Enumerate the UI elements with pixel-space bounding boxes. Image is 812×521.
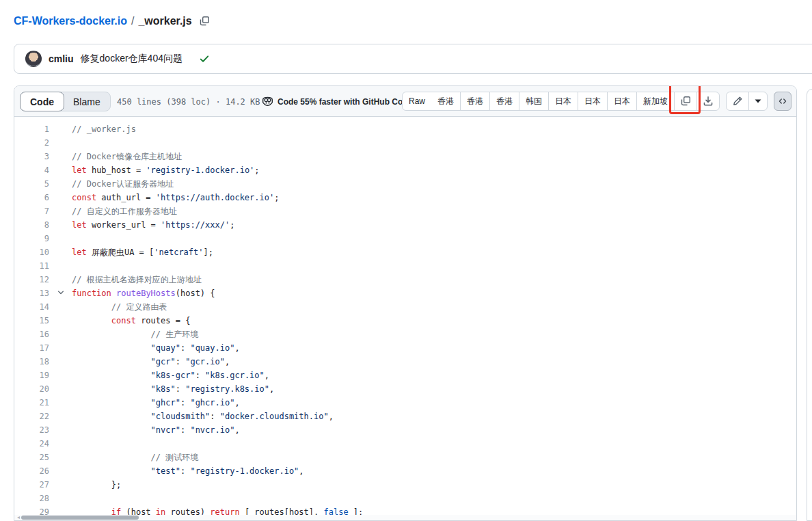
scrollbar-left-arrow-icon[interactable]: ◂ xyxy=(17,515,20,520)
code-token: , xyxy=(225,357,230,366)
code-line: 23 "nvcr": "nvcr.io", xyxy=(14,423,796,437)
file-view-panel: CodeBlame 450 lines (398 loc) · 14.2 KB … xyxy=(14,85,797,521)
download-raw-button[interactable] xyxy=(696,92,719,110)
copilot-banner[interactable]: Code 55% faster with GitHub Copilot xyxy=(262,86,420,117)
code-token: ; xyxy=(254,165,259,175)
line-number[interactable]: 12 xyxy=(28,273,49,286)
code-token xyxy=(72,466,151,476)
code-line: 21 "ghcr": "ghcr.io", xyxy=(14,396,796,410)
commit-author[interactable]: cmliu xyxy=(49,53,74,64)
commit-message[interactable]: 修复docker仓库404问题 xyxy=(81,53,182,65)
horizontal-scrollbar-track[interactable]: ◂ xyxy=(14,515,796,520)
code-token: "gcr" xyxy=(151,357,176,366)
line-number[interactable]: 19 xyxy=(28,369,49,382)
fold-chevron-icon[interactable] xyxy=(49,286,72,300)
copy-path-icon[interactable] xyxy=(199,16,210,27)
code-token: "k8s-gcr" xyxy=(151,371,195,380)
line-number[interactable]: 23 xyxy=(28,423,49,437)
line-number[interactable]: 10 xyxy=(28,245,49,259)
proxy-region-button-6[interactable]: 日本 xyxy=(578,92,607,110)
tab-blame[interactable]: Blame xyxy=(64,92,110,111)
line-number[interactable]: 5 xyxy=(28,177,49,191)
line-number[interactable]: 11 xyxy=(28,259,49,273)
proxy-region-button-4[interactable]: 韩国 xyxy=(519,92,548,110)
line-number[interactable]: 22 xyxy=(28,410,49,423)
line-number[interactable]: 15 xyxy=(28,314,49,328)
line-number[interactable]: 21 xyxy=(28,396,49,410)
code-token: let xyxy=(72,165,87,175)
code-token: "nvcr" xyxy=(151,425,180,435)
proxy-region-button-8[interactable]: 新加坡 xyxy=(636,92,674,110)
code-token: , xyxy=(234,398,239,408)
line-number[interactable]: 2 xyxy=(28,136,49,150)
line-number[interactable]: 13 xyxy=(28,286,49,300)
code-token: // 根据主机名选择对应的上游地址 xyxy=(72,275,202,284)
line-number[interactable]: 16 xyxy=(28,328,49,341)
code-token xyxy=(72,384,151,394)
code-token: (host) { xyxy=(176,289,215,298)
code-token: let xyxy=(72,220,87,230)
code-line: 20 "k8s": "registry.k8s.io", xyxy=(14,382,796,396)
line-number[interactable]: 25 xyxy=(28,451,49,464)
line-number[interactable]: 18 xyxy=(28,355,49,369)
code-token: "quay.io" xyxy=(190,343,234,353)
avatar[interactable] xyxy=(25,51,42,67)
breadcrumb-repo-link[interactable]: CF-Workers-docker.io xyxy=(14,15,127,27)
latest-commit-bar: cmliu 修复docker仓库404问题 xyxy=(14,44,812,74)
symbols-panel-toggle[interactable] xyxy=(774,92,791,111)
code-token: const xyxy=(72,193,96,202)
line-number[interactable]: 14 xyxy=(28,300,49,314)
tab-code[interactable]: Code xyxy=(20,92,64,111)
code-token: : xyxy=(180,343,190,353)
code-token: // 测试环境 xyxy=(151,453,199,462)
code-token: "docker.cloudsmith.io" xyxy=(220,412,329,421)
code-token: "quay" xyxy=(151,343,180,353)
line-number[interactable]: 9 xyxy=(28,232,49,245)
line-number[interactable]: 28 xyxy=(28,492,49,505)
proxy-region-button-5[interactable]: 日本 xyxy=(548,92,578,110)
code-token: ; xyxy=(230,220,234,230)
line-number[interactable]: 6 xyxy=(28,191,49,204)
code-line: 8let workers_url = 'https://xxx/'; xyxy=(14,218,796,232)
code-line: 2 xyxy=(14,136,796,150)
proxy-region-button-1[interactable]: 香港 xyxy=(431,92,460,110)
code-token xyxy=(72,480,111,490)
line-number[interactable]: 26 xyxy=(28,464,49,478)
code-token: }; xyxy=(111,480,121,490)
code-token: "ghcr.io" xyxy=(190,398,234,408)
toolbar-actions: Raw 香港香港香港韩国日本日本日本新加坡 xyxy=(402,92,791,111)
code-line: 19 "k8s-gcr": "k8s.gcr.io", xyxy=(14,369,796,382)
commit-status-check-icon[interactable] xyxy=(199,53,210,64)
code-token: // 自定义的工作服务器地址 xyxy=(72,206,177,216)
code-token xyxy=(72,371,151,380)
line-number[interactable]: 24 xyxy=(28,437,49,451)
breadcrumb: CF-Workers-docker.io / _worker.js xyxy=(14,15,210,27)
code-token: 'https://auth.docker.io' xyxy=(156,193,274,202)
code-token xyxy=(72,343,151,353)
line-number[interactable]: 1 xyxy=(28,122,49,136)
line-number[interactable]: 20 xyxy=(28,382,49,396)
proxy-region-button-2[interactable]: 香港 xyxy=(460,92,489,110)
code-line: 1// _worker.js xyxy=(14,122,796,136)
code-line: 26 "test": "registry-1.docker.io", xyxy=(14,464,796,478)
line-number[interactable]: 3 xyxy=(28,150,49,163)
line-number[interactable]: 27 xyxy=(28,478,49,492)
edit-pencil-button[interactable] xyxy=(727,92,748,110)
code-token xyxy=(72,316,111,325)
line-number[interactable]: 7 xyxy=(28,204,49,218)
line-number[interactable]: 4 xyxy=(28,163,49,177)
proxy-region-button-7[interactable]: 日本 xyxy=(607,92,636,110)
line-number[interactable]: 17 xyxy=(28,341,49,355)
code-token: : xyxy=(195,371,205,380)
code-token: : xyxy=(180,425,190,435)
code-line: 22 "cloudsmith": "docker.cloudsmith.io", xyxy=(14,410,796,423)
raw-button[interactable]: Raw xyxy=(403,92,431,110)
edit-dropdown-caret[interactable] xyxy=(748,92,767,110)
code-token: ; xyxy=(274,193,279,202)
code-token: "k8s.gcr.io" xyxy=(205,371,265,380)
proxy-region-button-3[interactable]: 香港 xyxy=(489,92,519,110)
line-number[interactable]: 8 xyxy=(28,218,49,232)
horizontal-scrollbar-thumb[interactable] xyxy=(21,516,139,520)
code-token: , xyxy=(234,343,239,353)
copy-file-button[interactable] xyxy=(674,92,696,110)
